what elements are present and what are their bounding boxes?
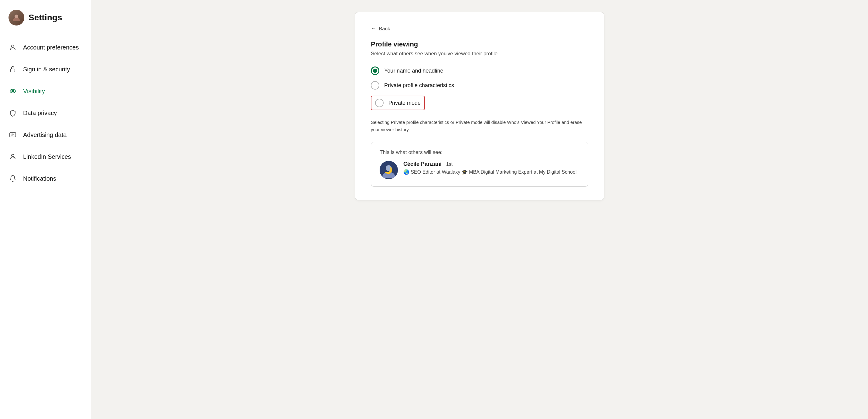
- person-icon: [8, 43, 17, 52]
- shield-icon: [8, 109, 17, 117]
- radio-option-name-headline[interactable]: Your name and headline: [371, 66, 588, 75]
- info-text: Selecting Private profile characteristic…: [371, 119, 583, 133]
- sidebar-item-label: Data privacy: [23, 109, 57, 117]
- radio-option-private-mode[interactable]: Private mode: [371, 96, 425, 110]
- preview-card: This is what others will see: 🌙 Cécile P…: [371, 142, 588, 187]
- sidebar-item-linkedin-services[interactable]: LinkedIn Services: [0, 146, 91, 168]
- radio-circle-private-mode: [375, 99, 383, 107]
- user-info: Cécile Panzani · 1st 🌏 SEO Editor at Waa…: [403, 161, 577, 176]
- user-avatar: 🌙: [380, 161, 398, 179]
- radio-circle-private-characteristics: [371, 81, 379, 90]
- sidebar-item-label: Account preferences: [23, 44, 79, 51]
- sidebar-header: Settings: [0, 10, 91, 36]
- radio-label-private-mode: Private mode: [389, 100, 421, 106]
- section-title: Profile viewing: [371, 40, 588, 48]
- main-content: ← Back Profile viewing Select what other…: [91, 0, 868, 419]
- radio-option-private-characteristics[interactable]: Private profile characteristics: [371, 81, 588, 90]
- sidebar-item-visibility[interactable]: Visibility: [0, 80, 91, 102]
- user-name: Cécile Panzani: [403, 161, 442, 167]
- radio-label-private-characteristics: Private profile characteristics: [384, 82, 454, 89]
- svg-text:🌙: 🌙: [384, 166, 393, 174]
- user-degree: · 1st: [443, 162, 453, 167]
- sidebar-item-label: Visibility: [23, 88, 45, 95]
- sidebar-item-label: Sign in & security: [23, 66, 70, 73]
- sidebar-item-label: Notifications: [23, 175, 56, 182]
- sidebar-item-data-privacy[interactable]: Data privacy: [0, 102, 91, 124]
- sidebar-title: Settings: [29, 13, 62, 23]
- sidebar-item-label: Advertising data: [23, 131, 66, 138]
- sidebar-item-notifications[interactable]: Notifications: [0, 168, 91, 190]
- svg-point-4: [12, 90, 14, 92]
- back-link[interactable]: ← Back: [371, 26, 588, 32]
- svg-point-1: [11, 45, 14, 47]
- section-subtitle: Select what others see when you've viewe…: [371, 51, 588, 57]
- back-arrow-icon: ←: [371, 26, 376, 32]
- radio-group: Your name and headline Private profile c…: [371, 66, 588, 110]
- person-services-icon: [8, 153, 17, 161]
- svg-rect-2: [11, 69, 15, 72]
- sidebar-item-label: LinkedIn Services: [23, 153, 71, 160]
- bell-icon: [8, 174, 17, 183]
- user-headline: 🌏 SEO Editor at Waalaxy 🎓 MBA Digital Ma…: [403, 168, 577, 176]
- content-card: ← Back Profile viewing Select what other…: [355, 12, 604, 200]
- avatar: [8, 10, 24, 26]
- eye-icon: [8, 87, 17, 95]
- svg-point-9: [11, 154, 14, 157]
- sidebar-item-account-preferences[interactable]: Account preferences: [0, 36, 91, 58]
- sidebar-item-sign-in-security[interactable]: Sign in & security: [0, 58, 91, 80]
- user-preview: 🌙 Cécile Panzani · 1st 🌏 SEO Editor at W…: [380, 161, 580, 179]
- radio-label-name-headline: Your name and headline: [384, 68, 443, 74]
- radio-circle-name-headline: [371, 66, 379, 75]
- lock-icon: [8, 65, 17, 73]
- sidebar-item-advertising-data[interactable]: Advertising data: [0, 124, 91, 146]
- preview-label: This is what others will see:: [380, 150, 580, 156]
- sidebar-nav: Account preferences Sign in & security V…: [0, 36, 91, 190]
- ad-icon: [8, 131, 17, 139]
- sidebar: Settings Account preferences Sign in & s…: [0, 0, 91, 419]
